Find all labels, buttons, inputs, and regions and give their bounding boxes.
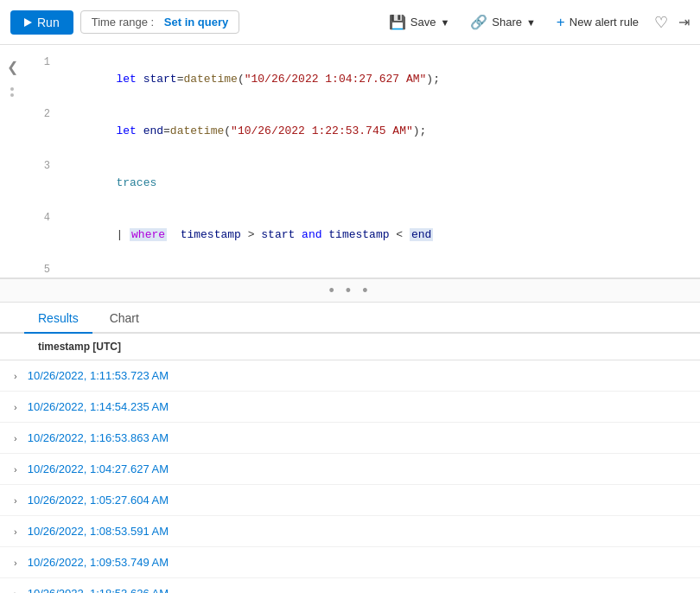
drag-handle[interactable]: • • • <box>0 278 700 303</box>
row-expand-icon[interactable]: › <box>14 558 17 568</box>
new-alert-button[interactable]: + New alert rule <box>551 10 644 35</box>
table-row: › 10/26/2022, 1:16:53.863 AM <box>0 423 700 454</box>
code-content-5: | project timestamp <box>62 261 245 277</box>
tab-chart-label: Chart <box>110 311 139 325</box>
table-row: › 10/26/2022, 1:08:53.591 AM <box>0 516 700 547</box>
line-number-3: 3 <box>31 157 50 175</box>
tab-results-label: Results <box>38 311 79 325</box>
table-row: › 10/26/2022, 1:11:53.723 AM <box>0 360 700 392</box>
share-label: Share <box>492 16 522 29</box>
row-timestamp: 10/26/2022, 1:05:27.604 AM <box>28 494 169 507</box>
table-row: › 10/26/2022, 1:14:54.235 AM <box>0 392 700 423</box>
run-icon <box>24 18 32 27</box>
save-button[interactable]: 💾 Save ▼ <box>384 10 455 34</box>
time-range-value: Set in query <box>164 16 228 29</box>
time-range-button[interactable]: Time range : Set in query <box>80 10 240 34</box>
left-gutter[interactable]: ❮ <box>0 45 24 277</box>
results-tabs: Results Chart <box>0 303 700 334</box>
row-timestamp: 10/26/2022, 1:09:53.749 AM <box>28 556 169 569</box>
toolbar-left: Run Time range : Set in query <box>10 10 239 35</box>
code-content-3: traces <box>62 157 156 209</box>
code-line-4: 4 | where timestamp > start and timestam… <box>24 209 700 261</box>
code-content-4: | where timestamp > start and timestamp … <box>62 209 433 261</box>
code-content-1: let start=datetime("10/26/2022 1:04:27.6… <box>62 54 440 105</box>
line-number-4: 4 <box>31 209 50 226</box>
drag-dots: • • • <box>329 282 372 300</box>
table-row: › 10/26/2022, 1:05:27.604 AM <box>0 485 700 516</box>
row-expand-icon[interactable]: › <box>14 495 17 506</box>
expand-icon[interactable]: ⇥ <box>678 14 690 30</box>
row-expand-icon[interactable]: › <box>14 371 17 381</box>
tab-chart[interactable]: Chart <box>96 303 153 334</box>
row-timestamp: 10/26/2022, 1:11:53.723 AM <box>28 369 169 382</box>
run-label: Run <box>37 16 60 29</box>
code-line-5: 5 | project timestamp <box>24 261 700 277</box>
row-timestamp: 10/26/2022, 1:16:53.863 AM <box>28 431 169 444</box>
share-button[interactable]: 🔗 Share ▼ <box>465 10 541 34</box>
row-timestamp: 10/26/2022, 1:04:27.627 AM <box>28 462 169 475</box>
code-line-2: 2 let end=datetime("10/26/2022 1:22:53.7… <box>24 105 700 157</box>
row-timestamp: 10/26/2022, 1:18:53.626 AM <box>28 587 169 593</box>
table-row: › 10/26/2022, 1:04:27.627 AM <box>0 454 700 485</box>
row-timestamp: 10/26/2022, 1:08:53.591 AM <box>28 525 169 538</box>
row-expand-icon[interactable]: › <box>14 464 17 475</box>
row-timestamp: 10/26/2022, 1:14:54.235 AM <box>28 400 169 413</box>
plus-icon: + <box>557 14 565 31</box>
favorite-icon[interactable]: ♡ <box>654 13 668 32</box>
line-number-1: 1 <box>31 54 50 71</box>
save-chevron-icon: ▼ <box>440 17 449 28</box>
table-row: › 10/26/2022, 1:18:53.626 AM <box>0 578 700 593</box>
new-alert-label: New alert rule <box>570 16 639 29</box>
editor-container: ❮ 1 let start=datetime("10/26/2022 1:04:… <box>0 45 700 278</box>
share-icon: 🔗 <box>470 14 487 30</box>
run-button[interactable]: Run <box>10 10 73 35</box>
save-icon: 💾 <box>389 14 406 30</box>
code-line-3: 3 traces <box>24 157 700 209</box>
table-header: timestamp [UTC] <box>0 334 700 360</box>
toolbar: Run Time range : Set in query 💾 Save ▼ 🔗… <box>0 0 700 45</box>
time-range-prefix: Time range : <box>92 16 155 29</box>
share-chevron-icon: ▼ <box>526 17 536 28</box>
results-table: › 10/26/2022, 1:11:53.723 AM › 10/26/202… <box>0 360 700 593</box>
tab-results[interactable]: Results <box>24 303 92 334</box>
row-expand-icon[interactable]: › <box>14 526 17 537</box>
save-label: Save <box>410 16 436 29</box>
row-expand-icon[interactable]: › <box>14 433 17 443</box>
line-number-2: 2 <box>31 105 50 123</box>
table-row: › 10/26/2022, 1:09:53.749 AM <box>0 547 700 578</box>
left-dots <box>10 87 14 97</box>
row-expand-icon[interactable]: › <box>14 589 17 594</box>
code-line-1: 1 let start=datetime("10/26/2022 1:04:27… <box>24 54 700 105</box>
code-content-2: let end=datetime("10/26/2022 1:22:53.745… <box>62 105 426 157</box>
column-header-timestamp: timestamp [UTC] <box>38 341 121 353</box>
code-editor[interactable]: 1 let start=datetime("10/26/2022 1:04:27… <box>24 45 700 277</box>
collapse-arrow-icon[interactable]: ❮ <box>3 54 22 80</box>
line-number-5: 5 <box>31 261 50 277</box>
row-expand-icon[interactable]: › <box>14 402 17 412</box>
toolbar-right: 💾 Save ▼ 🔗 Share ▼ + New alert rule ♡ ⇥ <box>384 10 690 35</box>
results-container: Results Chart timestamp [UTC] › 10/26/20… <box>0 303 700 593</box>
